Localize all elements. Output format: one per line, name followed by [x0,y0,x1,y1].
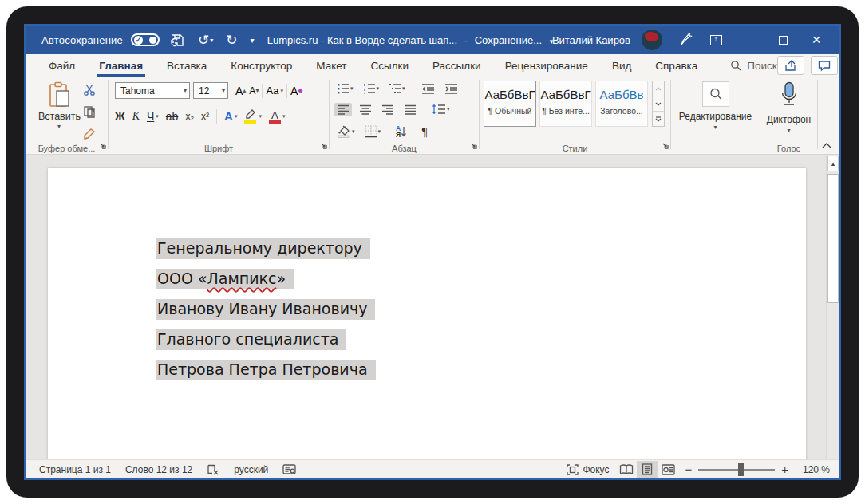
borders-button[interactable]: ▾ [362,124,384,140]
multilevel-list-button[interactable]: ▾ [386,81,408,96]
proofing-status-button[interactable] [199,464,227,475]
language-button[interactable]: русский [227,464,275,475]
comment-icon [818,60,831,72]
tab-insert[interactable]: Вставка [155,54,219,77]
accessibility-button[interactable] [275,464,303,474]
tab-home[interactable]: Главная [87,54,155,77]
doc-line-1[interactable]: Генеральному директору [156,237,376,260]
font-color-button[interactable]: А ▾ [269,108,286,124]
sort-button[interactable]: А Я [393,124,409,140]
save-button[interactable] [168,31,188,49]
text-effects-button[interactable]: А ▾ [224,109,237,123]
group-divider [817,80,818,149]
superscript-button[interactable]: x² [201,111,209,122]
tab-review[interactable]: Рецензирование [493,54,600,77]
quick-access-overflow-button[interactable]: ▾ [247,34,256,46]
style-normal[interactable]: АаБбВвГ ¶ Обычный [484,81,536,127]
tab-view[interactable]: Вид [600,54,643,77]
bold-button[interactable]: Ж [115,110,125,123]
zoom-slider-track[interactable] [698,469,775,471]
close-button[interactable]: × [803,28,830,52]
maximize-button[interactable] [769,28,796,52]
show-marks-button[interactable]: ¶ [419,123,430,140]
subscript-button[interactable]: x₂ [185,111,194,122]
tab-mailings[interactable]: Рассылки [421,54,493,77]
zoom-level[interactable]: 120 % [795,464,833,475]
vertical-scrollbar[interactable]: ▲ [826,155,839,459]
tab-file[interactable]: Файл [37,54,87,77]
redo-button[interactable]: ↻ [223,30,239,50]
increase-indent-button[interactable] [442,82,460,96]
print-layout-button[interactable] [637,461,658,478]
style-heading[interactable]: АаБбВв Заголово... [595,81,648,127]
editing-button[interactable]: Редактирование ▾ [671,81,760,131]
copy-button[interactable] [83,105,96,121]
bullets-button[interactable]: ▾ [334,81,356,96]
ink-editor-button[interactable] [675,30,696,49]
paragraph-dialog-launcher[interactable] [470,138,477,152]
highlight-color-button[interactable]: ▾ [244,108,262,124]
doc-line-5[interactable]: Петрова Петра Петровича [156,358,376,381]
format-painter-button[interactable] [83,128,96,144]
collapse-ribbon-button[interactable] [822,139,831,151]
chevron-down-icon: ▾ [38,123,80,130]
autosave-toggle[interactable]: ✓ [131,33,160,46]
tab-design[interactable]: Конструктор [219,54,304,77]
align-right-button[interactable] [379,103,397,116]
zoom-out-button[interactable]: − [685,463,692,476]
line-spacing-button[interactable]: ▾ [429,102,452,116]
strikethrough-button[interactable]: ab [166,110,179,123]
styles-scroll-down-button[interactable] [653,96,664,112]
search-input[interactable]: Поиск [730,54,776,77]
font-size-select[interactable]: 12 ▾ [193,82,228,99]
zoom-in-button[interactable]: + [781,463,788,476]
undo-button[interactable]: ↺ ▾ [196,30,215,50]
grow-font-button[interactable]: А▴ [235,85,246,97]
undo-icon: ↺ [198,32,209,49]
ribbon-options-icon: ↑ [710,35,722,45]
justify-button[interactable] [401,103,419,116]
font-name-select[interactable]: Tahoma ▾ [115,82,190,99]
text-effects-icon: А [224,109,233,123]
shrink-font-button[interactable]: А▾ [249,85,259,96]
styles-dialog-launcher[interactable] [662,138,669,152]
style-no-spacing[interactable]: АаБбВвГ ¶ Без инте... [539,81,592,127]
italic-button[interactable]: К [132,110,140,123]
tab-help[interactable]: Справка [643,54,709,77]
document-page[interactable]: Генеральному директору ООО «Лампикс» Ива… [48,168,806,459]
focus-mode-button[interactable]: Фокус [559,464,616,475]
tab-layout[interactable]: Макет [304,54,358,77]
shading-button[interactable]: ▾ [334,124,357,140]
align-left-button[interactable] [334,103,352,116]
underline-button[interactable]: Ч ▾ [147,110,159,123]
tab-references[interactable]: Ссылки [359,54,421,77]
clear-formatting-button[interactable]: А◆ [290,85,303,97]
zoom-slider-handle[interactable] [738,463,744,476]
word-count[interactable]: Слово 12 из 12 [118,464,199,475]
doc-line-3[interactable]: Иванову Ивану Ивановичу [156,297,376,321]
font-dialog-launcher[interactable] [320,138,327,152]
decrease-indent-button[interactable] [419,82,437,96]
share-button[interactable] [777,56,804,75]
numbering-button[interactable]: ▾ [361,81,382,96]
dictate-button[interactable]: Диктофон ▾ [760,81,817,134]
paste-button[interactable]: Вставить ▾ [38,81,80,130]
clipboard-dialog-launcher[interactable] [99,138,106,152]
document-title[interactable]: Lumpics.ru - Как в Ворде сделать шап... … [262,34,559,46]
styles-gallery-more-button[interactable] [653,112,664,126]
cut-button[interactable] [83,83,96,99]
read-mode-button[interactable] [616,461,637,478]
align-center-button[interactable] [357,103,374,116]
doc-line-4[interactable]: Главного специалиста [156,328,376,351]
scrollbar-thumb[interactable] [827,174,839,303]
comments-button[interactable] [811,56,838,75]
web-layout-button[interactable] [658,461,678,478]
ribbon-display-options-button[interactable]: ↑ [702,28,729,52]
page-count[interactable]: Страница 1 из 1 [32,464,118,475]
avatar[interactable] [642,30,662,50]
styles-scroll-up-button[interactable] [653,81,664,96]
scroll-up-button[interactable]: ▲ [827,156,839,171]
change-case-button[interactable]: Аа ▾ [266,85,283,96]
doc-line-2[interactable]: ООО «Лампикс» [156,267,376,290]
minimize-button[interactable]: — [736,28,763,52]
